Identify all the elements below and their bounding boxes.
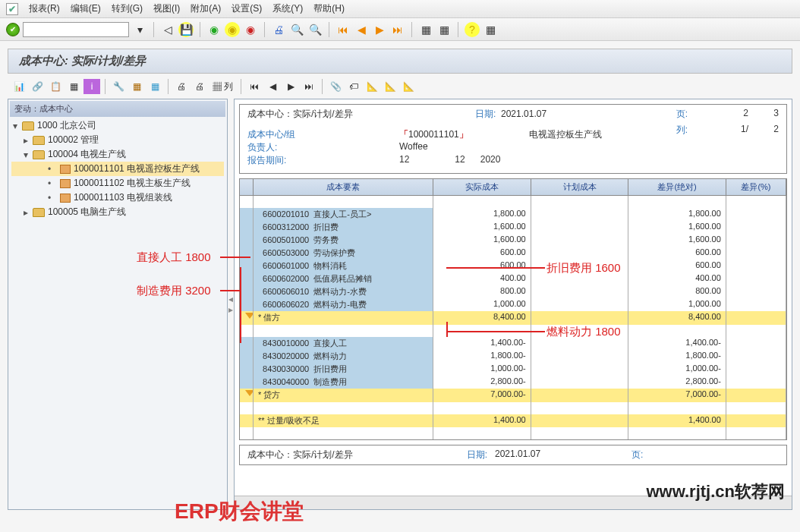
funnel-icon [244, 312, 254, 323]
tree-node-tv[interactable]: ▾100004 电视生产线 [11, 147, 224, 162]
table-row[interactable]: 6600312000 折旧费 1,600.00 1,600.00 [240, 221, 786, 234]
menu-report[interactable]: 报表(R) [29, 2, 60, 15]
col-label: 列: [676, 124, 688, 137]
footer-date-val: 2021.01.07 [495, 449, 540, 461]
tree-leaf-1101[interactable]: •1000011101 电视遥控板生产线 [11, 162, 224, 176]
menu-goto[interactable]: 转到(G) [112, 2, 143, 15]
page-from: 2 [743, 108, 748, 118]
help-icon[interactable]: ? [465, 22, 480, 37]
shortcut-icon[interactable]: ▦ [436, 22, 452, 37]
tool-6[interactable]: 🔧 [110, 79, 127, 94]
table-row[interactable]: 8430020000 燃料动力 1,800.00- 1,800.00- [240, 350, 786, 363]
tool-4[interactable]: ▦ [65, 79, 82, 94]
table-row[interactable]: 6600602000 低值易耗品摊销 400.00 400.00 [240, 272, 786, 285]
costcenter-icon [60, 165, 71, 174]
find-icon[interactable]: 🔍 [289, 22, 304, 37]
next-icon[interactable]: ▶ [372, 22, 387, 37]
tool-14[interactable]: 📐 [382, 79, 398, 94]
annot-fuel: 燃料动力 1800 [546, 325, 621, 339]
enter-button[interactable]: ✔ [6, 23, 20, 36]
page-title: 成本中心: 实际/计划/差异 [8, 49, 792, 74]
debit-row[interactable]: * 借方 8,400.00 8,400.00 [240, 311, 786, 325]
tree-header: 变动：成本中心 [10, 101, 225, 117]
costcenter-icon [60, 179, 71, 188]
tool-12[interactable]: 🏷 [345, 79, 362, 94]
tool-5[interactable]: i [83, 79, 100, 94]
nav-first[interactable]: ⏮ [246, 79, 263, 94]
hdr-var: 差异(绝对) [628, 179, 726, 196]
menu-extras[interactable]: 附加(A) [191, 2, 221, 15]
table-row[interactable]: 6600501000 劳务费 1,600.00 1,600.00 [240, 234, 786, 247]
folder-icon [33, 136, 45, 145]
report-table: 成本要素 实际成本 计划成本 差异(绝对) 差异(%) 6600201010 直… [239, 178, 787, 440]
credit-row[interactable]: * 贷方 7,000.00- 7,000.00- [240, 389, 786, 402]
print-icon[interactable]: 🖨 [271, 22, 286, 37]
table-row[interactable]: 8430030000 折旧费用 1,000.00- 1,000.00- [240, 363, 786, 376]
col-from: 1/ [741, 124, 748, 134]
tool-9[interactable]: 🖨 [173, 79, 190, 94]
table-row[interactable]: 8430040000 制造费用 2,800.00- 2,800.00- [240, 376, 786, 389]
page-label: 页: [676, 108, 688, 121]
layout-icon[interactable]: ▦ [483, 22, 498, 37]
nav-last[interactable]: ⏭ [301, 79, 317, 94]
back2-icon[interactable]: ◉ [206, 22, 222, 37]
table-row[interactable]: 6600606010 燃料动力-水费 800.00 800.00 [240, 285, 786, 298]
funnel-icon [244, 389, 254, 400]
hdr-element: 成本要素 [254, 179, 433, 196]
nav-prev[interactable]: ◀ [264, 79, 281, 94]
menu-help[interactable]: 帮助(H) [313, 2, 345, 15]
newsession-icon[interactable]: ▦ [418, 22, 433, 37]
tool-3[interactable]: 📋 [47, 79, 64, 94]
cancel-icon[interactable]: ◉ [243, 22, 258, 37]
tool-11[interactable]: 📎 [327, 79, 344, 94]
menubar: ✔ 报表(R) 编辑(E) 转到(G) 视图(I) 附加(A) 设置(S) 系统… [0, 0, 800, 18]
tool-1[interactable]: 📊 [11, 79, 27, 94]
tool-2[interactable]: 🔗 [29, 79, 46, 94]
tree-node-pc[interactable]: ▸100005 电脑生产线 [11, 205, 224, 219]
tool-15[interactable]: 📐 [400, 79, 417, 94]
back-icon[interactable]: ◁ [160, 22, 175, 37]
tool-col-btn[interactable]: ▦ 列 [209, 80, 236, 93]
col-to: 2 [773, 124, 779, 134]
exit-icon[interactable]: ◉ [225, 22, 240, 37]
resp-label: 负责人: [247, 141, 339, 154]
splitter[interactable]: ◂▸ [228, 99, 234, 510]
prev-icon[interactable]: ◀ [354, 22, 369, 37]
menu-edit[interactable]: 编辑(E) [71, 2, 101, 15]
tree-root[interactable]: ▾1000 北京公司 [11, 118, 224, 133]
cc-value: 1000011101 [408, 129, 459, 140]
tool-10[interactable]: 🖨 [191, 79, 208, 94]
costcenter-icon [60, 194, 71, 203]
tree-leaf-1103[interactable]: •1000011103 电视组装线 [11, 190, 224, 205]
table-row[interactable]: 6600201010 直接人工-员工> 1,800.00 1,800.00 [240, 208, 786, 221]
annot-depr: 折旧费用 1600 [546, 261, 621, 275]
tree-node-mgmt[interactable]: ▸100002 管理 [11, 133, 224, 147]
menu-check-icon[interactable]: ✔ [6, 3, 18, 15]
date-label: 日期: [475, 109, 496, 119]
first-icon[interactable]: ⏮ [335, 22, 351, 37]
dropdown-icon[interactable]: ▾ [132, 22, 147, 37]
period-label: 报告期间: [247, 154, 339, 167]
tool-13[interactable]: 📐 [364, 79, 380, 94]
menu-settings[interactable]: 设置(S) [231, 2, 262, 15]
table-row[interactable]: 8430010000 直接人工 1,400.00- 1,400.00- [240, 337, 786, 350]
resp-value: Woffee [399, 141, 428, 154]
menu-view[interactable]: 视图(I) [153, 2, 180, 15]
table-row[interactable]: 6600606020 燃料动力-电费 1,000.00 1,000.00 [240, 298, 786, 311]
table-row[interactable]: 6600601000 物料消耗 600.00 600.00 [240, 260, 786, 272]
tree-leaf-1102[interactable]: •1000011102 电视主板生产线 [11, 176, 224, 190]
tree-pane: 变动：成本中心 ▾1000 北京公司 ▸100002 管理 ▾100004 电视… [8, 99, 228, 510]
save-icon[interactable]: 💾 [178, 22, 194, 37]
main-toolbar: ✔ ▾ ◁ 💾 ◉ ◉ ◉ 🖨 🔍 🔍 ⏮ ◀ ▶ ⏭ ▦ ▦ ? ▦ [0, 18, 800, 41]
command-field[interactable] [23, 22, 129, 37]
watermark-url: www.rjtj.cn软荐网 [646, 480, 785, 503]
over-row[interactable]: ** 过量/吸收不足 1,400.00 1,400.00 [240, 414, 786, 427]
tool-8[interactable]: ▦ [146, 79, 163, 94]
menu-system[interactable]: 系统(Y) [272, 2, 303, 15]
nav-next[interactable]: ▶ [282, 79, 299, 94]
last-icon[interactable]: ⏭ [390, 22, 405, 37]
cc-label: 成本中心/组 [247, 128, 339, 141]
table-row[interactable]: 6600503000 劳动保护费 600.00 600.00 [240, 247, 786, 260]
tool-7[interactable]: ▦ [128, 79, 145, 94]
findnext-icon[interactable]: 🔍 [307, 22, 323, 37]
